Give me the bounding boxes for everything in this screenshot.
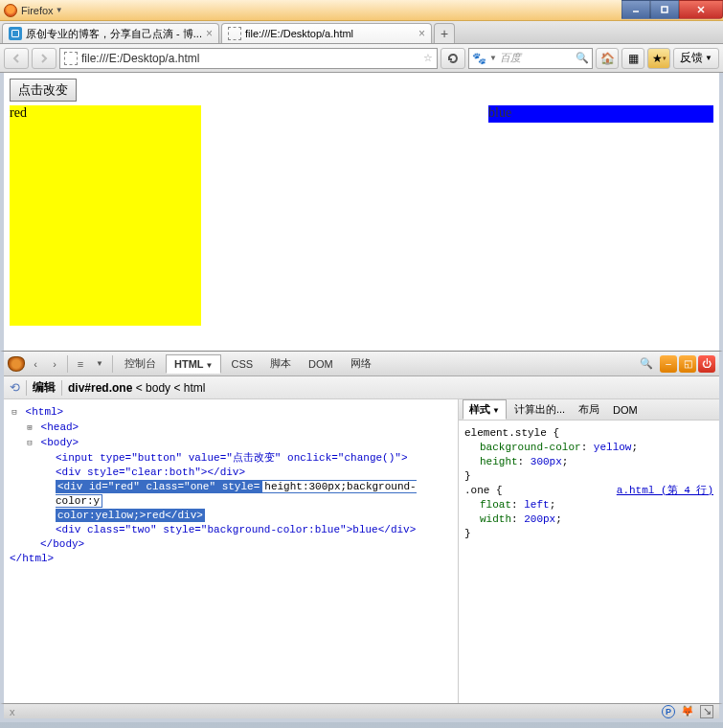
tab-blog-title: 原创专业的博客，分享自己点滴 - 博... — [26, 27, 202, 41]
dt-options-drop[interactable]: ▼ — [91, 355, 108, 373]
window-titlebar: Firefox ▼ — [0, 0, 723, 21]
dt-nav-back[interactable]: ‹ — [27, 355, 44, 373]
search-go-icon[interactable]: 🔍 — [576, 52, 589, 64]
svg-rect-1 — [662, 7, 667, 12]
window-close-button[interactable] — [679, 0, 723, 19]
inspect-icon[interactable]: ⟲ — [10, 380, 20, 395]
forward-button[interactable] — [32, 48, 56, 69]
devtools-panel: ‹ › ≡ ▼ 控制台 HTML▼ CSS 脚本 DOM 网络 🔍 – ◱ ⏻ … — [0, 351, 723, 703]
dt-breadcrumb-path[interactable]: div#red.one < body < html — [68, 381, 205, 395]
dt-edit-label[interactable]: 编辑 — [33, 379, 56, 396]
search-bar[interactable]: 🐾 ▼ 百度 🔍 — [468, 48, 593, 69]
tab-blog-close-icon[interactable]: × — [206, 27, 213, 40]
status-close-icon[interactable]: x — [10, 706, 15, 717]
dt-tab-script[interactable]: 脚本 — [262, 353, 299, 374]
devtools-toolbar: ‹ › ≡ ▼ 控制台 HTML▼ CSS 脚本 DOM 网络 🔍 – ◱ ⏻ — [4, 352, 719, 376]
baidu-paw-icon: 🐾 — [472, 52, 486, 65]
tab-file-favicon — [228, 27, 241, 40]
status-plugin-icon[interactable]: P — [662, 705, 675, 718]
change-button[interactable]: 点击改变 — [10, 79, 77, 102]
home-button[interactable]: 🏠 — [596, 48, 619, 69]
tab-file[interactable]: file:///E:/Desktop/a.html × — [221, 23, 432, 43]
bookmark-star-icon[interactable]: ☆ — [423, 52, 433, 64]
dt-detach-button[interactable]: ◱ — [679, 355, 696, 373]
star-toolbar-button[interactable]: ★▾ — [647, 48, 670, 69]
css-tab-dom[interactable]: DOM — [607, 402, 644, 418]
new-tab-button[interactable]: + — [434, 23, 455, 43]
dt-css-panel: 样式▼ 计算出的... 布局 DOM element.style { backg… — [459, 399, 719, 703]
css-tab-layout[interactable]: 布局 — [573, 400, 605, 419]
firebug-icon[interactable] — [8, 356, 25, 372]
page-viewport: 点击改变 red blue — [0, 73, 723, 351]
nav-toolbar: file:///E:/Desktop/a.html ☆ 🐾 ▼ 百度 🔍 🏠 ▦… — [0, 44, 723, 73]
dt-tab-css[interactable]: CSS — [223, 355, 260, 373]
tab-blog-favicon — [9, 27, 22, 40]
dt-minimize-button[interactable]: – — [660, 355, 677, 373]
tree-toggle-icon[interactable]: ⊟ — [25, 437, 34, 451]
dt-breadcrumb: ⟲ 编辑 div#red.one < body < html — [4, 376, 719, 399]
url-text: file:///E:/Desktop/a.html — [81, 52, 423, 65]
red-box: red — [10, 105, 201, 326]
dt-close-button[interactable]: ⏻ — [698, 355, 715, 373]
dt-html-tree[interactable]: ⊟ <html> ⊞ <head> ⊟ <body> <input type="… — [4, 399, 459, 703]
dt-tab-html[interactable]: HTML▼ — [166, 354, 221, 374]
reload-button[interactable] — [441, 48, 465, 69]
tab-blog[interactable]: 原创专业的博客，分享自己点滴 - 博... × — [2, 23, 219, 43]
tree-toggle-icon[interactable]: ⊟ — [10, 406, 19, 421]
status-firefox-icon[interactable]: 🦊 — [681, 705, 694, 718]
urlbar-favicon — [64, 52, 78, 65]
blue-box: blue — [488, 105, 713, 123]
app-menu-drop-icon[interactable]: ▼ — [56, 6, 63, 14]
css-tab-styles[interactable]: 样式▼ — [463, 399, 507, 420]
dt-tab-dom[interactable]: DOM — [301, 355, 341, 373]
dt-tab-net[interactable]: 网络 — [343, 353, 379, 374]
tree-toggle-icon[interactable]: ⊞ — [25, 421, 34, 436]
css-tab-computed[interactable]: 计算出的... — [508, 400, 571, 419]
app-name: Firefox — [21, 5, 54, 16]
dt-nav-fwd[interactable]: › — [46, 355, 63, 373]
dt-list-icon[interactable]: ≡ — [72, 355, 89, 373]
tab-file-title: file:///E:/Desktop/a.html — [245, 28, 415, 39]
search-engine-drop-icon[interactable]: ▼ — [489, 54, 497, 62]
status-resize-icon[interactable]: ↘ — [700, 705, 713, 718]
css-source-link[interactable]: a.html (第 4 行) — [617, 484, 713, 498]
window-maximize-button[interactable] — [650, 0, 679, 19]
bookmarks-button[interactable]: ▦ — [621, 48, 644, 69]
dt-tab-console[interactable]: 控制台 — [117, 353, 164, 374]
dt-search-icon[interactable]: 🔍 — [639, 356, 654, 372]
tab-bar: 原创专业的博客，分享自己点滴 - 博... × file:///E:/Deskt… — [0, 21, 723, 44]
search-placeholder: 百度 — [500, 51, 573, 65]
selected-node[interactable]: <div id="red" class="one" style=height:3… — [10, 480, 452, 523]
dt-css-tabs: 样式▼ 计算出的... 布局 DOM — [459, 399, 719, 421]
firefox-icon — [4, 4, 17, 17]
feedback-button[interactable]: 反馈▼ — [673, 48, 719, 69]
window-minimize-button[interactable] — [621, 0, 650, 19]
tab-file-close-icon[interactable]: × — [418, 27, 425, 40]
back-button[interactable] — [4, 48, 29, 69]
status-bar: x P 🦊 ↘ — [0, 703, 723, 722]
url-bar[interactable]: file:///E:/Desktop/a.html ☆ — [59, 48, 438, 69]
dt-css-rules[interactable]: element.style { background-color: yellow… — [459, 421, 719, 703]
